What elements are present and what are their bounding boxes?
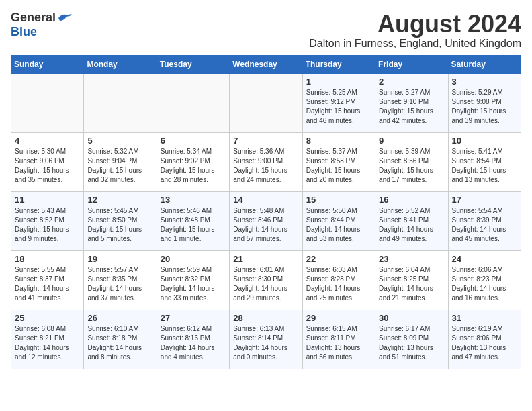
day-info: Sunrise: 6:04 AMSunset: 8:25 PMDaylight:… [379,265,444,303]
calendar-cell: 13Sunrise: 5:46 AMSunset: 8:48 PMDayligh… [157,191,229,250]
calendar-week-row: 18Sunrise: 5:55 AMSunset: 8:37 PMDayligh… [11,250,521,310]
calendar-cell: 26Sunrise: 6:10 AMSunset: 8:18 PMDayligh… [84,310,157,369]
logo: General Blue [11,11,73,39]
calendar-cell: 3Sunrise: 5:29 AMSunset: 9:08 PMDaylight… [448,73,521,132]
day-number: 18 [15,254,80,264]
day-info: Sunrise: 5:39 AMSunset: 8:56 PMDaylight:… [379,147,444,185]
calendar-cell: 29Sunrise: 6:15 AMSunset: 8:11 PMDayligh… [302,310,375,369]
day-info: Sunrise: 6:03 AMSunset: 8:28 PMDaylight:… [306,265,371,303]
page-header: General Blue August 2024 Dalton in Furne… [11,11,521,50]
calendar-cell: 15Sunrise: 5:50 AMSunset: 8:44 PMDayligh… [302,191,375,250]
calendar-week-row: 11Sunrise: 5:43 AMSunset: 8:52 PMDayligh… [11,191,521,250]
calendar-week-row: 25Sunrise: 6:08 AMSunset: 8:21 PMDayligh… [11,310,521,369]
calendar-cell: 22Sunrise: 6:03 AMSunset: 8:28 PMDayligh… [302,250,375,310]
day-info: Sunrise: 5:29 AMSunset: 9:08 PMDaylight:… [452,88,517,126]
calendar-cell: 28Sunrise: 6:13 AMSunset: 8:14 PMDayligh… [230,310,302,369]
calendar-cell: 23Sunrise: 6:04 AMSunset: 8:25 PMDayligh… [375,250,448,310]
day-number: 7 [233,136,298,146]
day-info: Sunrise: 6:01 AMSunset: 8:30 PMDaylight:… [233,265,298,303]
calendar-cell: 10Sunrise: 5:41 AMSunset: 8:54 PMDayligh… [448,132,521,191]
day-info: Sunrise: 5:52 AMSunset: 8:41 PMDaylight:… [379,206,444,244]
day-number: 5 [87,136,152,146]
calendar-cell: 9Sunrise: 5:39 AMSunset: 8:56 PMDaylight… [375,132,448,191]
day-number: 25 [15,313,80,323]
calendar-cell: 2Sunrise: 5:27 AMSunset: 9:10 PMDaylight… [375,73,448,132]
day-number: 10 [452,136,517,146]
location-title: Dalton in Furness, England, United Kingd… [309,38,521,50]
calendar-cell: 14Sunrise: 5:48 AMSunset: 8:46 PMDayligh… [230,191,302,250]
day-info: Sunrise: 6:17 AMSunset: 8:09 PMDaylight:… [379,324,444,362]
day-info: Sunrise: 5:54 AMSunset: 8:39 PMDaylight:… [452,206,517,244]
day-number: 17 [452,195,517,205]
calendar-cell: 24Sunrise: 6:06 AMSunset: 8:23 PMDayligh… [448,250,521,310]
day-number: 15 [306,195,371,205]
day-number: 29 [306,313,371,323]
day-info: Sunrise: 5:36 AMSunset: 9:00 PMDaylight:… [233,147,298,185]
weekday-header-monday: Monday [84,55,157,73]
calendar-cell: 18Sunrise: 5:55 AMSunset: 8:37 PMDayligh… [11,250,84,310]
day-info: Sunrise: 5:37 AMSunset: 8:58 PMDaylight:… [306,147,371,185]
day-number: 19 [87,254,152,264]
calendar-cell: 11Sunrise: 5:43 AMSunset: 8:52 PMDayligh… [11,191,84,250]
day-info: Sunrise: 6:12 AMSunset: 8:16 PMDaylight:… [161,324,226,362]
day-info: Sunrise: 5:34 AMSunset: 9:02 PMDaylight:… [161,147,226,185]
day-number: 13 [161,195,226,205]
day-number: 20 [161,254,226,264]
calendar-cell: 30Sunrise: 6:17 AMSunset: 8:09 PMDayligh… [375,310,448,369]
calendar-cell [11,73,84,132]
day-number: 28 [233,313,298,323]
day-info: Sunrise: 5:41 AMSunset: 8:54 PMDaylight:… [452,147,517,185]
day-number: 12 [87,195,152,205]
calendar-cell: 6Sunrise: 5:34 AMSunset: 9:02 PMDaylight… [157,132,229,191]
day-number: 1 [306,77,371,87]
calendar-cell: 1Sunrise: 5:25 AMSunset: 9:12 PMDaylight… [302,73,375,132]
day-number: 24 [452,254,517,264]
day-number: 9 [379,136,444,146]
day-info: Sunrise: 5:48 AMSunset: 8:46 PMDaylight:… [233,206,298,244]
day-number: 22 [306,254,371,264]
day-info: Sunrise: 5:27 AMSunset: 9:10 PMDaylight:… [379,88,444,126]
weekday-header-sunday: Sunday [11,55,84,73]
weekday-header-wednesday: Wednesday [230,55,302,73]
day-info: Sunrise: 6:10 AMSunset: 8:18 PMDaylight:… [87,324,152,362]
day-info: Sunrise: 6:15 AMSunset: 8:11 PMDaylight:… [306,324,371,362]
day-number: 3 [452,77,517,87]
calendar-cell: 27Sunrise: 6:12 AMSunset: 8:16 PMDayligh… [157,310,229,369]
day-info: Sunrise: 5:59 AMSunset: 8:32 PMDaylight:… [161,265,226,303]
calendar-cell: 4Sunrise: 5:30 AMSunset: 9:06 PMDaylight… [11,132,84,191]
day-info: Sunrise: 5:55 AMSunset: 8:37 PMDaylight:… [15,265,80,303]
day-number: 4 [15,136,80,146]
weekday-header-tuesday: Tuesday [157,55,229,73]
calendar-cell: 7Sunrise: 5:36 AMSunset: 9:00 PMDaylight… [230,132,302,191]
day-number: 30 [379,313,444,323]
day-number: 11 [15,195,80,205]
calendar-cell [157,73,229,132]
day-number: 6 [161,136,226,146]
day-info: Sunrise: 5:30 AMSunset: 9:06 PMDaylight:… [15,147,80,185]
calendar-cell [230,73,302,132]
calendar-cell: 21Sunrise: 6:01 AMSunset: 8:30 PMDayligh… [230,250,302,310]
calendar-cell: 5Sunrise: 5:32 AMSunset: 9:04 PMDaylight… [84,132,157,191]
month-title: August 2024 [309,11,521,38]
calendar-cell [84,73,157,132]
calendar-cell: 19Sunrise: 5:57 AMSunset: 8:35 PMDayligh… [84,250,157,310]
title-section: August 2024 Dalton in Furness, England, … [309,11,521,50]
day-number: 8 [306,136,371,146]
calendar-cell: 31Sunrise: 6:19 AMSunset: 8:06 PMDayligh… [448,310,521,369]
day-info: Sunrise: 6:19 AMSunset: 8:06 PMDaylight:… [452,324,517,362]
day-info: Sunrise: 5:25 AMSunset: 9:12 PMDaylight:… [306,88,371,126]
calendar-cell: 20Sunrise: 5:59 AMSunset: 8:32 PMDayligh… [157,250,229,310]
day-number: 31 [452,313,517,323]
day-info: Sunrise: 6:08 AMSunset: 8:21 PMDaylight:… [15,324,80,362]
day-number: 27 [161,313,226,323]
day-number: 2 [379,77,444,87]
calendar-cell: 25Sunrise: 6:08 AMSunset: 8:21 PMDayligh… [11,310,84,369]
logo-bird-icon [57,11,73,25]
day-number: 26 [87,313,152,323]
day-number: 21 [233,254,298,264]
weekday-header-thursday: Thursday [302,55,375,73]
weekday-header-row: SundayMondayTuesdayWednesdayThursdayFrid… [11,55,521,73]
day-info: Sunrise: 6:13 AMSunset: 8:14 PMDaylight:… [233,324,298,362]
day-number: 16 [379,195,444,205]
day-info: Sunrise: 5:43 AMSunset: 8:52 PMDaylight:… [15,206,80,244]
